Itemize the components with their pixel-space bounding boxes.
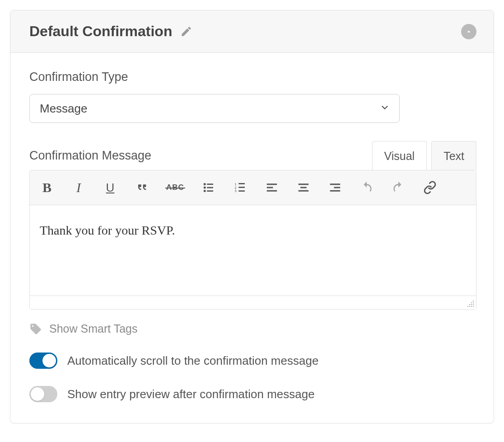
svg-point-25 [471, 304, 472, 305]
svg-point-23 [471, 302, 472, 303]
italic-button[interactable]: I [70, 179, 88, 197]
align-center-button[interactable] [294, 179, 313, 197]
editor-footer [30, 296, 476, 309]
chevron-down-icon [380, 103, 390, 114]
svg-rect-3 [207, 187, 213, 188]
undo-button[interactable] [358, 179, 376, 197]
svg-rect-17 [299, 190, 309, 192]
entry-preview-option: Show entry preview after confirmation me… [29, 386, 475, 402]
svg-rect-13 [267, 187, 273, 188]
svg-rect-14 [267, 190, 277, 192]
svg-point-30 [467, 306, 468, 307]
entry-preview-label: Show entry preview after confirmation me… [67, 387, 315, 401]
editor: B I U ABC 123 [29, 170, 476, 310]
editor-tabs: Visual Text [372, 141, 477, 170]
svg-rect-20 [330, 190, 341, 192]
svg-point-22 [473, 302, 474, 303]
svg-rect-19 [334, 187, 340, 188]
smart-tags-label: Show Smart Tags [49, 322, 137, 335]
svg-point-26 [469, 304, 470, 305]
tab-text[interactable]: Text [431, 141, 476, 170]
svg-rect-16 [300, 187, 307, 188]
svg-rect-15 [299, 183, 309, 185]
align-right-button[interactable] [326, 179, 344, 197]
confirmation-type-label: Confirmation Type [29, 70, 475, 84]
editor-content[interactable]: Thank you for your RSVP. [30, 205, 476, 296]
collapse-panel-button[interactable] [461, 24, 476, 39]
confirmation-message-label: Confirmation Message [29, 149, 372, 163]
auto-scroll-option: Automatically scroll to the confirmation… [29, 353, 475, 369]
strikethrough-button[interactable]: ABC [164, 179, 186, 197]
confirmation-type-select[interactable]: Message [29, 94, 400, 123]
svg-rect-1 [207, 183, 213, 185]
svg-point-2 [204, 187, 206, 189]
confirmation-panel: Default Confirmation Confirmation Type M… [10, 10, 494, 423]
numbered-list-button[interactable]: 123 [231, 179, 249, 197]
align-left-button[interactable] [263, 179, 281, 197]
svg-point-4 [204, 190, 206, 192]
svg-text:3: 3 [234, 189, 236, 193]
svg-point-21 [473, 301, 474, 301]
svg-rect-5 [207, 190, 213, 192]
link-button[interactable] [421, 179, 439, 197]
bold-button[interactable]: B [38, 179, 56, 197]
resize-handle[interactable] [466, 299, 474, 307]
svg-rect-12 [267, 183, 277, 185]
underline-button[interactable]: U [101, 179, 119, 197]
panel-title: Default Confirmation [29, 23, 172, 40]
auto-scroll-label: Automatically scroll to the confirmation… [67, 354, 318, 368]
blockquote-button[interactable] [133, 179, 151, 197]
svg-point-29 [469, 306, 470, 307]
redo-button[interactable] [389, 179, 407, 197]
tag-icon [29, 323, 42, 335]
editor-toolbar: B I U ABC 123 [30, 170, 476, 205]
svg-point-0 [204, 183, 206, 185]
confirmation-type-value: Message [40, 102, 88, 116]
svg-rect-18 [330, 183, 341, 185]
svg-point-24 [473, 304, 474, 305]
bullet-list-button[interactable] [200, 179, 218, 197]
auto-scroll-toggle[interactable] [29, 353, 57, 369]
svg-rect-7 [238, 183, 245, 184]
entry-preview-toggle[interactable] [29, 386, 57, 402]
svg-rect-11 [238, 190, 245, 192]
show-smart-tags-link[interactable]: Show Smart Tags [29, 322, 475, 335]
panel-header: Default Confirmation [10, 10, 494, 53]
panel-body: Confirmation Type Message Confirmation M… [10, 53, 494, 423]
tab-visual[interactable]: Visual [372, 141, 427, 170]
svg-point-27 [473, 306, 474, 307]
svg-point-28 [471, 306, 472, 307]
edit-title-icon[interactable] [180, 25, 192, 38]
svg-rect-9 [238, 187, 245, 188]
